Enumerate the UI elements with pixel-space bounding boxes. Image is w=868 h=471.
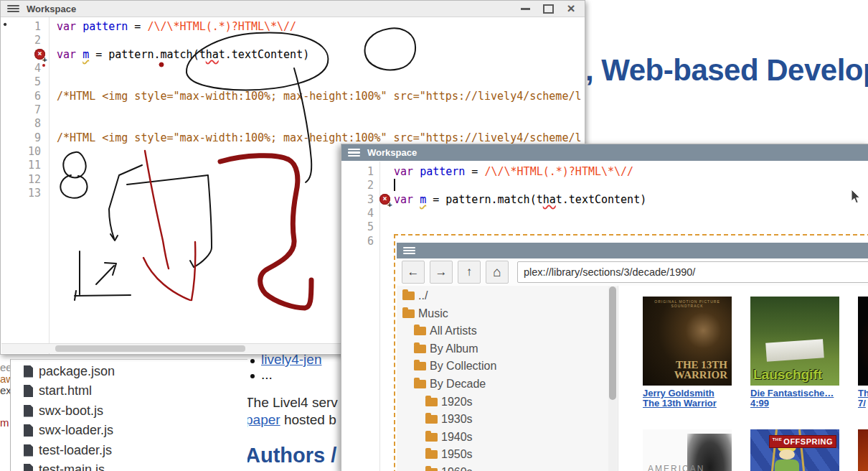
line-number: 5 — [345, 220, 374, 233]
line-number: 5 — [12, 75, 41, 88]
code-line[interactable]: var m = pattern.match(that.textContent) — [394, 193, 646, 206]
line-number: 2 — [12, 34, 41, 47]
forward-button[interactable]: → — [430, 261, 453, 284]
album-item[interactable]: ORIGINAL MOTION PICTURE SOUNDTRACKTHE 13… — [643, 297, 743, 409]
tree-item-by-collection[interactable]: By Collection — [414, 358, 496, 374]
tree-item-1920s[interactable]: 1920s — [425, 394, 473, 410]
add-annotation-icon[interactable]: + — [387, 200, 392, 209]
folder-icon — [402, 309, 415, 318]
ink-stroke — [127, 175, 208, 185]
tree-scrollbar[interactable] — [608, 286, 617, 471]
paper-link[interactable]: paper — [245, 412, 280, 427]
tree-item-all-artists[interactable]: All Artists — [414, 323, 477, 339]
ink-stroke — [4, 23, 6, 25]
album-item[interactable]: Th7/ — [858, 297, 868, 409]
file-name: package.json — [39, 364, 115, 379]
embedded-browser-frame: ← → ↑ ⌂ ../MusicAll ArtistsBy AlbumBy Co… — [394, 234, 868, 471]
cover-text: THE OFFSPRING — [769, 435, 836, 448]
tree-item-label: 1930s — [441, 413, 473, 426]
back-icon: ← — [407, 265, 420, 279]
folder-icon — [425, 468, 438, 471]
album-cover[interactable]: ORIGINAL MOTION PICTURE SOUNDTRACKTHE 13… — [643, 297, 732, 386]
scrollbar-thumb[interactable] — [609, 286, 616, 400]
address-input[interactable] — [517, 261, 868, 283]
folder-icon — [414, 362, 426, 370]
menu-icon[interactable] — [7, 5, 19, 13]
album-artist-link[interactable]: Die Fantastische… — [750, 388, 851, 398]
folder-icon — [425, 433, 438, 442]
code-token: m — [420, 193, 426, 206]
page-paragraph-line: paper hosted b — [245, 412, 336, 428]
file-item[interactable]: swx-loader.js — [24, 422, 113, 439]
ink-stroke — [75, 251, 131, 300]
menu-icon[interactable] — [403, 247, 415, 255]
album-artist-link[interactable]: Th — [858, 388, 868, 398]
tree-item-music[interactable]: Music — [402, 306, 448, 322]
album-cover[interactable] — [858, 297, 868, 386]
close-button[interactable]: × — [565, 3, 577, 14]
code-line[interactable]: var pattern = /\/\*HTML(.*)?HTML\*\// — [394, 165, 633, 178]
album-cover[interactable]: AMERICANHISTORY X — [643, 429, 732, 471]
tree-item-1950s[interactable]: 1950s — [425, 447, 473, 462]
tree-item-by-album[interactable]: By Album — [414, 341, 478, 357]
workspace-window-2: Workspace 1var pattern = /\/\*HTML(.*)?H… — [341, 144, 868, 471]
file-icon — [24, 464, 33, 471]
page-paragraph-line: The Livel4 serv — [245, 395, 338, 411]
authors-heading: Authors / — [245, 444, 336, 467]
gutter-separator — [379, 162, 380, 471]
code-line[interactable]: /*HTML <img style="max-width:100%; max-h… — [57, 131, 582, 144]
cover-text: Lauschgift — [753, 367, 822, 383]
tree-item-1960s[interactable]: 1960s — [425, 465, 473, 471]
album-item[interactable]: THE OFFSPRING — [750, 429, 851, 471]
code-token: t.textContent) — [219, 48, 309, 61]
browser-header[interactable] — [397, 243, 868, 258]
ink-stroke — [109, 165, 142, 241]
tree-item-1930s[interactable]: 1930s — [425, 411, 473, 427]
file-item[interactable]: test-loader.js — [24, 442, 112, 459]
minimize-button[interactable] — [519, 3, 532, 14]
album-item[interactable]: LauschgiftDie Fantastische…4:99 — [750, 297, 851, 409]
maximize-button[interactable] — [542, 3, 555, 14]
ws1-titlebar[interactable]: Workspace × — [1, 1, 585, 17]
tree-item-[interactable]: ../ — [402, 288, 428, 304]
add-annotation-icon[interactable]: + — [42, 55, 47, 64]
tree-item-label: 1940s — [441, 431, 473, 444]
folder-icon — [425, 450, 438, 459]
scrollbar-thumb[interactable] — [55, 345, 245, 352]
code-line[interactable]: var pattern = /\/\*HTML(.*)?HTML\*\// — [57, 20, 296, 33]
code-line[interactable]: var m = pattern.match(that.textContent) — [57, 48, 309, 61]
code-token: /\/\*HTML(.*)?HTML\*\// — [484, 165, 633, 178]
file-item[interactable]: test-main.js — [24, 462, 105, 471]
menu-icon[interactable] — [348, 149, 360, 157]
bullet-dot — [250, 374, 255, 378]
album-cover[interactable]: Lauschgift — [750, 297, 839, 386]
file-item[interactable]: package.json — [24, 363, 115, 380]
line-number: 4 — [12, 62, 41, 75]
ink-stroke — [187, 32, 328, 90]
code-token: var — [57, 20, 76, 33]
back-button[interactable]: ← — [402, 261, 425, 284]
album-artist-link[interactable]: Jerry Goldsmith — [643, 388, 743, 398]
album-cover[interactable] — [858, 429, 868, 471]
folder-icon — [425, 415, 438, 424]
album-cover[interactable]: THE OFFSPRING — [750, 429, 839, 471]
tree-item-1940s[interactable]: 1940s — [425, 429, 473, 445]
ws2-titlebar[interactable]: Workspace — [341, 144, 868, 161]
paragraph-text: hosted b — [280, 412, 336, 427]
album-title-link[interactable]: 4:99 — [750, 398, 851, 409]
up-button[interactable]: ↑ — [458, 261, 481, 284]
album-item[interactable]: AMERICANHISTORY X — [643, 429, 743, 471]
file-item[interactable]: start.html — [24, 383, 92, 400]
album-title-link[interactable]: The 13th Warrior — [643, 398, 743, 409]
file-icon — [24, 444, 33, 457]
file-item[interactable]: swx-boot.js — [24, 402, 103, 419]
home-button[interactable]: ⌂ — [486, 261, 509, 284]
code-token — [413, 165, 420, 178]
code-token: m — [82, 48, 89, 61]
tree-item-by-decade[interactable]: By Decade — [414, 376, 486, 392]
code-line[interactable]: /*HTML <img style="max-width:100%; max-h… — [57, 90, 582, 103]
album-item[interactable] — [858, 429, 868, 471]
album-grid-panel: ORIGINAL MOTION PICTURE SOUNDTRACKTHE 13… — [618, 286, 868, 471]
album-title-link[interactable]: 7/ — [858, 398, 868, 409]
code-token — [76, 48, 82, 61]
